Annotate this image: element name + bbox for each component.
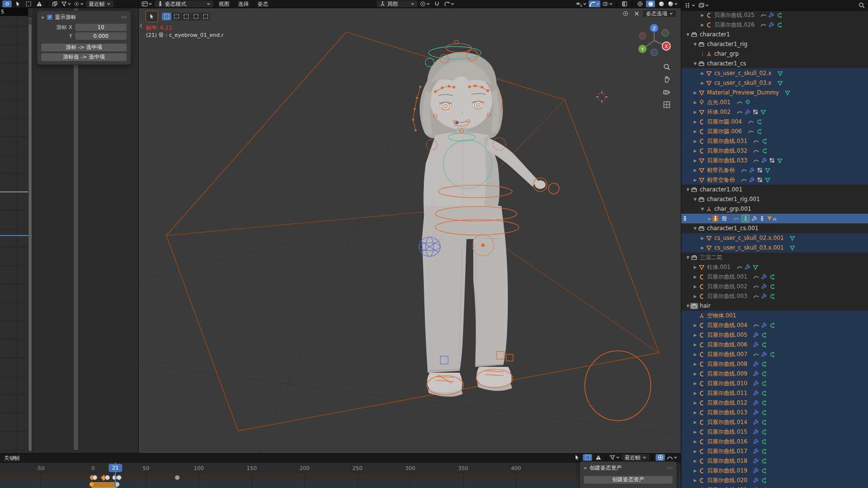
expand-arrow-icon[interactable]: ▼ xyxy=(692,197,698,202)
outliner-item-label[interactable]: 贝塞尔曲线.015 xyxy=(707,428,747,436)
outliner-item-label[interactable]: 贝塞尔曲线.011 xyxy=(707,390,747,397)
expand-arrow-icon[interactable]: ▶ xyxy=(692,372,698,376)
outliner-item-label[interactable]: 贝塞尔曲线.016 xyxy=(707,438,747,445)
expand-arrow-icon[interactable]: ▶ xyxy=(692,333,698,337)
camera-view-button[interactable] xyxy=(663,88,671,96)
expand-arrow-icon[interactable]: ▶ xyxy=(700,23,705,27)
curvedata-icon[interactable] xyxy=(761,139,767,144)
curvedata-icon[interactable] xyxy=(761,420,767,425)
outliner-row[interactable]: ▶贝塞尔曲线.005 xyxy=(681,330,868,340)
orientation-dropdown[interactable]: 局部 xyxy=(377,0,418,7)
wrench-icon[interactable] xyxy=(753,400,759,406)
snap-magnet-button[interactable] xyxy=(433,0,442,7)
expand-arrow-icon[interactable]: | xyxy=(700,52,705,56)
expand-arrow-icon[interactable]: ▼ xyxy=(692,42,698,47)
anim-icon[interactable] xyxy=(741,168,747,173)
outliner-row[interactable]: ▶贝塞尔圆.004 xyxy=(681,117,868,126)
outliner-row[interactable]: ▶贝塞尔曲线.011 xyxy=(681,388,868,398)
expand-arrow-icon[interactable]: ▶ xyxy=(692,294,698,299)
select-extend-icon[interactable] xyxy=(172,13,181,20)
recent-frame-dropdown[interactable]: 最近帧 xyxy=(86,0,113,7)
curvedata-icon[interactable] xyxy=(761,362,767,367)
keying-icon[interactable] xyxy=(656,454,665,461)
wrench-icon[interactable] xyxy=(761,322,767,328)
outliner-item-label[interactable]: 鞋带孔备份 xyxy=(707,167,735,174)
outliner-row[interactable]: ▼三渲二花 xyxy=(681,252,868,262)
expand-arrow-icon[interactable]: ▼ xyxy=(685,188,691,192)
keyframe-white[interactable] xyxy=(92,475,97,480)
mode-dropdown[interactable]: 姿态模式 xyxy=(155,0,213,7)
x-mirror-toggle-icon[interactable] xyxy=(632,10,641,17)
anim-icon[interactable] xyxy=(760,22,767,28)
outliner-item-label[interactable]: 三渲二花 xyxy=(700,254,722,261)
curvedata-icon[interactable] xyxy=(776,22,782,28)
outliner-item-label[interactable]: 贝塞尔曲线.002 xyxy=(707,283,747,290)
outliner-row[interactable]: ▼character1_cs.001 xyxy=(681,223,868,233)
curvedata-icon[interactable] xyxy=(761,391,767,396)
cursor-to-selection-button[interactable]: 游标 -> 选中项 xyxy=(41,44,127,51)
outliner-row[interactable]: ▶骨10 xyxy=(681,214,868,223)
curvedata-icon[interactable] xyxy=(761,381,767,386)
outliner-item-label[interactable]: cs_user_c_skull_03.x xyxy=(714,79,772,86)
curvedata-icon[interactable] xyxy=(761,342,767,347)
overlays-icon[interactable] xyxy=(602,0,613,7)
rig-wireframe-lines[interactable] xyxy=(166,32,659,431)
expand-arrow-icon[interactable]: ▶ xyxy=(692,100,698,105)
wrench-icon[interactable] xyxy=(761,283,767,289)
curvedata-icon[interactable] xyxy=(756,119,762,125)
outliner-item-label[interactable]: 贝塞尔曲线.020 xyxy=(707,477,747,484)
curvedata-icon[interactable] xyxy=(761,449,767,454)
expand-arrow-icon[interactable]: ▶ xyxy=(692,478,698,483)
outliner-item-label[interactable]: 贝塞尔曲线.005 xyxy=(707,331,747,339)
outliner-row[interactable]: ▼character1_cs xyxy=(681,59,868,68)
3d-viewport[interactable]: 姿态模式视图选择姿态局部 xyxy=(138,0,681,453)
wrench-icon[interactable] xyxy=(753,448,759,454)
outliner-item-label[interactable]: 贝塞尔圆.004 xyxy=(707,118,742,126)
search-icon[interactable] xyxy=(858,2,865,9)
recent-frame-dropdown[interactable]: 最近帧 xyxy=(622,454,649,461)
cursor-icon[interactable] xyxy=(572,454,581,461)
anim-icon[interactable] xyxy=(737,100,743,105)
pose-icon[interactable] xyxy=(741,215,750,222)
outliner-row[interactable]: 空物体.001 xyxy=(681,311,868,320)
outliner-row[interactable]: ▶贝塞尔曲线.019 xyxy=(681,466,868,475)
expand-arrow-icon[interactable]: ▶ xyxy=(692,139,698,143)
expand-arrow-icon[interactable]: ▶ xyxy=(692,168,698,173)
outliner-row[interactable]: ▶贝塞尔曲线.021 xyxy=(681,485,868,488)
meshdata-icon[interactable] xyxy=(777,158,783,163)
wrench-icon[interactable] xyxy=(745,109,751,115)
wrench-icon[interactable] xyxy=(761,293,767,299)
outliner-item-label[interactable]: cs_user_c_skull_02.x.001 xyxy=(714,235,784,241)
material-icon[interactable] xyxy=(757,167,763,173)
curvedata-icon[interactable] xyxy=(761,371,767,377)
outliner-item-label[interactable]: character1_rig.001 xyxy=(707,196,760,203)
box-select-icon[interactable] xyxy=(583,454,592,461)
outliner-row[interactable]: ▶贝塞尔曲线.018 xyxy=(681,456,868,466)
expand-arrow-icon[interactable]: ▶ xyxy=(692,352,698,357)
outliner-row[interactable]: ▼hair xyxy=(681,301,868,311)
expand-arrow-icon[interactable]: ▶ xyxy=(692,265,698,269)
outliner-row[interactable]: ▶鞋带孔备份 xyxy=(681,165,868,175)
pan-button[interactable] xyxy=(663,76,671,83)
menu-2[interactable]: 姿态 xyxy=(254,0,272,8)
outliner-item-label[interactable]: 贝塞尔曲线.010 xyxy=(707,380,747,387)
outliner-row[interactable]: ▶贝塞尔曲线.013 xyxy=(681,408,868,417)
outliner-row[interactable]: ▶环体.002 xyxy=(681,107,868,117)
outliner-row[interactable]: ▶贝塞尔曲线.001 xyxy=(681,272,868,282)
keyframe-dim[interactable] xyxy=(175,475,180,480)
outliner-row[interactable]: ▶贝塞尔曲线.002 xyxy=(681,282,868,291)
outliner-row[interactable]: ▶贝塞尔曲线.015 xyxy=(681,427,868,437)
anim-icon[interactable] xyxy=(733,216,739,221)
wrench-icon[interactable] xyxy=(753,477,759,483)
outliner-row[interactable]: ▶贝塞尔曲线.026 xyxy=(681,20,868,30)
filter-icon[interactable] xyxy=(609,454,620,461)
menu-1[interactable]: 选择 xyxy=(235,0,252,8)
outliner-item-label[interactable]: 贝塞尔曲线.031 xyxy=(707,138,747,145)
outliner-row[interactable]: ▼character1.001 xyxy=(681,185,868,194)
outliner-row[interactable]: ▶贝塞尔曲线.007 xyxy=(681,349,868,359)
editor-scrollbar[interactable] xyxy=(74,8,78,450)
curvedata-icon[interactable] xyxy=(761,439,767,444)
outliner-item-label[interactable]: 贝塞尔曲线.003 xyxy=(707,293,747,300)
outliner-item-label[interactable]: hair xyxy=(700,302,710,309)
outliner-item-label[interactable]: character1_cs xyxy=(707,60,746,67)
